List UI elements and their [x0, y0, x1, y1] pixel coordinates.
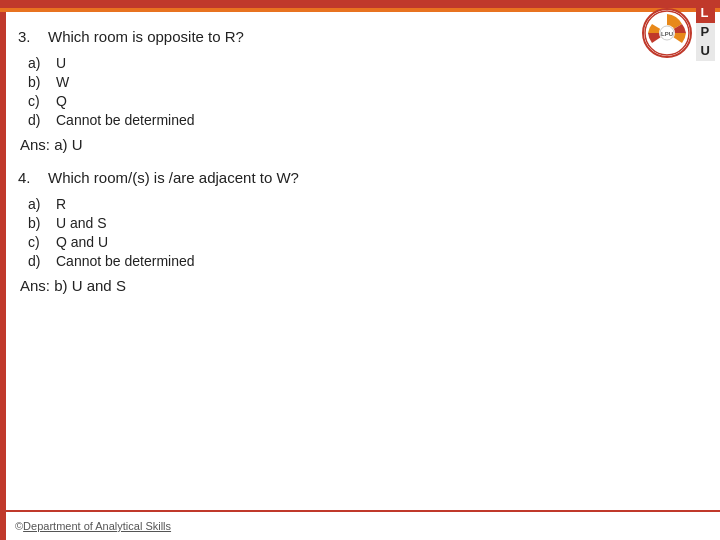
q3-option-c: c) Q: [28, 93, 590, 109]
q3-opt-text-a: U: [56, 55, 66, 71]
q3-option-a: a) U: [28, 55, 590, 71]
q4-option-a: a) R: [28, 196, 590, 212]
lpu-l-letter: L: [696, 4, 715, 23]
question-4-text: Which room/(s) is /are adjacent to W?: [48, 169, 299, 186]
q3-option-b: b) W: [28, 74, 590, 90]
lpu-u-letter: U: [696, 42, 715, 61]
svg-text:LPU: LPU: [661, 31, 673, 37]
left-red-bar: [0, 0, 6, 540]
copyright-symbol: ©: [15, 520, 23, 532]
q4-option-c: c) Q and U: [28, 234, 590, 250]
question-4-line: 4. Which room/(s) is /are adjacent to W?: [18, 169, 590, 186]
footer-text: ©Department of Analytical Skills: [15, 520, 171, 532]
q4-opt-text-c: Q and U: [56, 234, 108, 250]
q3-opt-text-b: W: [56, 74, 69, 90]
q4-opt-text-b: U and S: [56, 215, 107, 231]
question-3-block: 3. Which room is opposite to R? a) U b) …: [18, 28, 590, 153]
logo-area: LPU L P U: [600, 0, 720, 60]
footer-department: Department of Analytical Skills: [23, 520, 171, 532]
question-4-options: a) R b) U and S c) Q and U d) Cannot be …: [28, 196, 590, 269]
question-3-number: 3.: [18, 28, 48, 45]
q3-opt-label-b: b): [28, 74, 56, 90]
question-3-text: Which room is opposite to R?: [48, 28, 244, 45]
q3-option-d: d) Cannot be determined: [28, 112, 590, 128]
question-4-number: 4.: [18, 169, 48, 186]
footer-bar: ©Department of Analytical Skills: [0, 510, 720, 540]
q4-opt-label-b: b): [28, 215, 56, 231]
question-4-answer: Ans: b) U and S: [20, 277, 590, 294]
question-3-line: 3. Which room is opposite to R?: [18, 28, 590, 45]
lpu-badge: L P U: [696, 4, 715, 61]
lpu-p-letter: P: [696, 23, 715, 42]
q3-opt-text-c: Q: [56, 93, 67, 109]
q3-opt-label-d: d): [28, 112, 56, 128]
q3-opt-text-d: Cannot be determined: [56, 112, 195, 128]
question-3-answer: Ans: a) U: [20, 136, 590, 153]
logo-svg: LPU: [644, 10, 690, 56]
q4-opt-label-a: a): [28, 196, 56, 212]
q4-option-b: b) U and S: [28, 215, 590, 231]
q3-opt-label-c: c): [28, 93, 56, 109]
question-4-block: 4. Which room/(s) is /are adjacent to W?…: [18, 169, 590, 294]
question-3-options: a) U b) W c) Q d) Cannot be determined: [28, 55, 590, 128]
logo-circle: LPU: [642, 8, 692, 58]
q4-opt-text-a: R: [56, 196, 66, 212]
main-content: 3. Which room is opposite to R? a) U b) …: [18, 18, 590, 500]
q4-opt-text-d: Cannot be determined: [56, 253, 195, 269]
q4-option-d: d) Cannot be determined: [28, 253, 590, 269]
q3-opt-label-a: a): [28, 55, 56, 71]
q4-opt-label-d: d): [28, 253, 56, 269]
q4-opt-label-c: c): [28, 234, 56, 250]
